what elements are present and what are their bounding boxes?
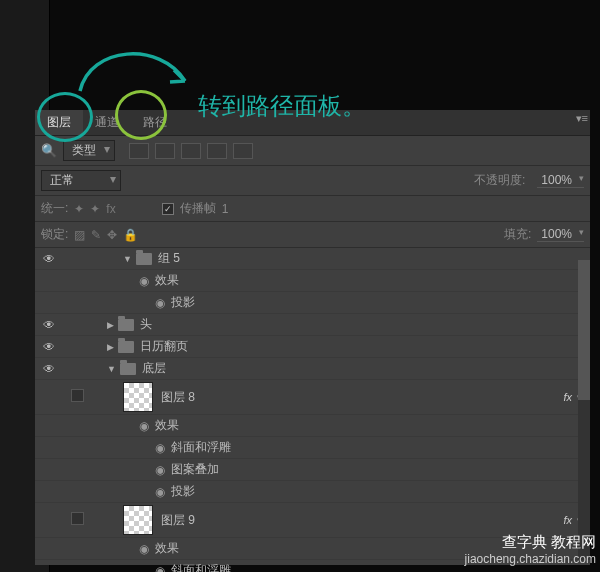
layer-thumbnail [123, 382, 153, 412]
propagate-count: 1 [222, 202, 229, 216]
layer-list: 👁 ▼ 组 5 ◉ 效果 ◉ 投影 👁 ▶ 头 👁 ▶ [35, 248, 590, 572]
lock-move-icon[interactable]: ✥ [107, 228, 117, 242]
fx-bullet-icon: ◉ [139, 274, 149, 288]
fill-value[interactable]: 100% [537, 227, 584, 242]
unify-icon-2[interactable]: ✦ [90, 202, 100, 216]
propagate-label: 传播帧 [180, 200, 216, 217]
fx-bullet-icon: ◉ [155, 485, 165, 499]
scroll-thumb[interactable] [578, 260, 590, 400]
scrollbar[interactable] [578, 260, 590, 560]
propagate-checkbox[interactable]: ✓ [162, 203, 174, 215]
layer-name: 图层 8 [161, 389, 195, 406]
layer-head[interactable]: 👁 ▶ 头 [35, 314, 590, 336]
filter-adjust-icon[interactable] [155, 143, 175, 159]
effect-name: 斜面和浮雕 [171, 439, 231, 456]
fx-bullet-icon: ◉ [155, 463, 165, 477]
effect-bevel[interactable]: ◉ 斜面和浮雕 [35, 437, 590, 459]
folder-icon [120, 363, 136, 375]
blend-row: 正常 不透明度: 100% [35, 166, 590, 196]
filter-shape-icon[interactable] [207, 143, 227, 159]
layer-name: 组 5 [158, 250, 180, 267]
fill-label: 填充: [504, 226, 531, 243]
layer-thumbnail [123, 505, 153, 535]
layer-name: 底层 [142, 360, 166, 377]
folder-icon [136, 253, 152, 265]
visibility-icon[interactable]: 👁 [35, 362, 63, 376]
effects-label: 效果 [155, 417, 179, 434]
unify-label: 统一: [41, 200, 68, 217]
filter-pixel-icon[interactable] [129, 143, 149, 159]
chevron-right-icon[interactable]: ▶ [107, 342, 114, 352]
layer-name: 图层 9 [161, 512, 195, 529]
effects-label: 效果 [155, 540, 179, 557]
lock-trans-icon[interactable]: ▨ [74, 228, 85, 242]
fx-bullet-icon: ◉ [155, 564, 165, 573]
layers-panel: ▾≡ 图层 通道 路径 🔍 类型 正常 不透明度: 100% 统一: ✦ ✦ f… [35, 110, 590, 565]
effect-name: 斜面和浮雕 [171, 562, 231, 572]
annotation-text: 转到路径面板。 [198, 90, 366, 122]
blend-mode-select[interactable]: 正常 [41, 170, 121, 191]
effect-dropshadow[interactable]: ◉ 投影 [35, 292, 590, 314]
folder-icon [118, 319, 134, 331]
annotation-arrow-icon [70, 36, 200, 106]
unify-icon-1[interactable]: ✦ [74, 202, 84, 216]
panel-menu-icon[interactable]: ▾≡ [576, 112, 588, 125]
layer-8[interactable]: 图层 8 fx ▾ [35, 380, 590, 415]
effect-pattern[interactable]: ◉ 图案叠加 [35, 459, 590, 481]
effects-label: 效果 [155, 272, 179, 289]
layer-calendar[interactable]: 👁 ▶ 日历翻页 [35, 336, 590, 358]
watermark-url: jiaocheng.chazidian.com [465, 552, 596, 566]
opacity-value[interactable]: 100% [537, 173, 584, 188]
layer-base[interactable]: 👁 ▼ 底层 [35, 358, 590, 380]
lock-paint-icon[interactable]: ✎ [91, 228, 101, 242]
filter-buttons [129, 143, 253, 159]
watermark: 查字典 教程网 jiaocheng.chazidian.com [465, 533, 596, 566]
visibility-icon[interactable]: 👁 [35, 252, 63, 266]
layer-group5[interactable]: 👁 ▼ 组 5 [35, 248, 590, 270]
effect-name: 图案叠加 [171, 461, 219, 478]
watermark-title: 查字典 教程网 [465, 533, 596, 552]
fx-bullet-icon: ◉ [155, 441, 165, 455]
effect-dropshadow2[interactable]: ◉ 投影 [35, 481, 590, 503]
chevron-right-icon[interactable]: ▶ [107, 320, 114, 330]
fx-bullet-icon: ◉ [139, 419, 149, 433]
visibility-icon[interactable]: 👁 [35, 340, 63, 354]
link-checkbox[interactable] [71, 512, 84, 525]
opacity-label: 不透明度: [474, 172, 525, 189]
link-checkbox[interactable] [71, 389, 84, 402]
chevron-down-icon[interactable]: ▼ [123, 254, 132, 264]
layer-name: 日历翻页 [140, 338, 188, 355]
lock-all-icon[interactable]: 🔒 [123, 228, 138, 242]
unify-row: 统一: ✦ ✦ fx ✓ 传播帧 1 [35, 196, 590, 222]
search-icon: 🔍 [41, 143, 57, 158]
lock-label: 锁定: [41, 226, 68, 243]
fx-bullet-icon: ◉ [139, 542, 149, 556]
layer-name: 头 [140, 316, 152, 333]
filter-row: 🔍 类型 [35, 136, 590, 166]
effects-row[interactable]: ◉ 效果 [35, 415, 590, 437]
fx-bullet-icon: ◉ [155, 296, 165, 310]
filter-type-select[interactable]: 类型 [63, 140, 115, 161]
effect-name: 投影 [171, 294, 195, 311]
unify-icon-3[interactable]: fx [106, 202, 115, 216]
effect-name: 投影 [171, 483, 195, 500]
visibility-icon[interactable]: 👁 [35, 318, 63, 332]
chevron-down-icon[interactable]: ▼ [107, 364, 116, 374]
filter-smart-icon[interactable] [233, 143, 253, 159]
filter-text-icon[interactable] [181, 143, 201, 159]
effects-row[interactable]: ◉ 效果 [35, 270, 590, 292]
lock-row: 锁定: ▨ ✎ ✥ 🔒 填充: 100% [35, 222, 590, 248]
folder-icon [118, 341, 134, 353]
